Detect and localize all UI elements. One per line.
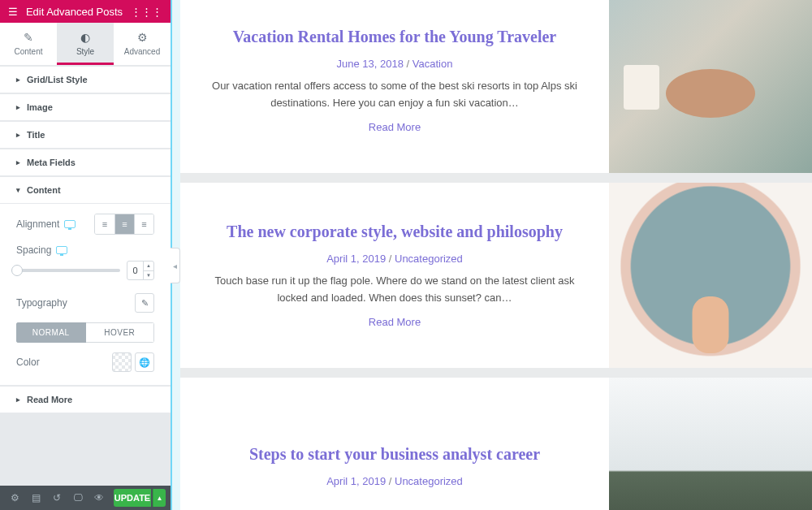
read-more-link[interactable]: Read More bbox=[206, 316, 583, 328]
stepper-down[interactable]: ▼ bbox=[144, 271, 153, 280]
history-icon[interactable]: ↺ bbox=[47, 488, 67, 508]
color-swatch[interactable] bbox=[112, 352, 132, 372]
panel-title: Edit Advanced Posts bbox=[26, 6, 123, 18]
post-date[interactable]: April 1, 2019 bbox=[326, 253, 386, 265]
section-grid-list[interactable]: ▸Grid/List Style bbox=[0, 66, 171, 93]
settings-icon[interactable]: ⚙ bbox=[5, 488, 24, 508]
post-card: Vacation Rental Homes for the Young Trav… bbox=[180, 0, 812, 173]
section-read-more[interactable]: ▸Read More bbox=[0, 386, 171, 413]
post-card: Steps to start your business analyst car… bbox=[180, 378, 812, 510]
apps-icon[interactable]: ⋮⋮⋮ bbox=[131, 6, 162, 18]
post-title[interactable]: Steps to start your business analyst car… bbox=[206, 445, 583, 464]
post-date[interactable]: April 1, 2019 bbox=[326, 475, 386, 487]
responsive-mode-icon[interactable]: 🖵 bbox=[68, 488, 88, 508]
post-meta: April 1, 2019 / Uncategorized bbox=[206, 253, 583, 265]
typography-label: Typography bbox=[16, 297, 67, 309]
caret-right-icon: ▸ bbox=[16, 131, 20, 139]
post-date[interactable]: June 13, 2018 bbox=[337, 58, 404, 70]
align-center-button[interactable]: ≡ bbox=[114, 214, 134, 234]
caret-right-icon: ▸ bbox=[16, 395, 20, 404]
panel-footer: ⚙ ▤ ↺ 🖵 👁 UPDATE ▲ bbox=[0, 486, 171, 510]
post-meta: June 13, 2018 / Vacation bbox=[206, 58, 583, 70]
caret-right-icon: ▸ bbox=[16, 158, 20, 166]
pencil-icon: ✎ bbox=[0, 31, 57, 44]
post-category[interactable]: Vacation bbox=[412, 58, 453, 70]
state-normal[interactable]: NORMAL bbox=[16, 322, 86, 343]
sections-list: ▸Grid/List Style ▸Image ▸Title ▸Meta Fie… bbox=[0, 66, 171, 486]
posts-list: Vacation Rental Homes for the Young Trav… bbox=[180, 0, 812, 510]
post-title[interactable]: The new corporate style, website and phi… bbox=[206, 223, 583, 241]
alignment-label: Alignment bbox=[16, 218, 59, 230]
stepper-up[interactable]: ▲ bbox=[144, 261, 153, 271]
post-title[interactable]: Vacation Rental Homes for the Young Trav… bbox=[206, 28, 583, 46]
post-excerpt: Our vacation rental offers access to som… bbox=[206, 78, 583, 112]
panel-tabs: ✎ Content ◐ Style ⚙ Advanced bbox=[0, 23, 171, 66]
slider-thumb[interactable] bbox=[11, 265, 23, 276]
section-content-header[interactable]: ▾Content bbox=[0, 176, 171, 204]
menu-icon[interactable]: ☰ bbox=[8, 6, 18, 18]
tab-advanced[interactable]: ⚙ Advanced bbox=[114, 23, 171, 65]
update-options-button[interactable]: ▲ bbox=[153, 489, 166, 507]
update-button[interactable]: UPDATE bbox=[114, 489, 151, 507]
typography-edit-button[interactable]: ✎ bbox=[135, 293, 154, 313]
post-card: The new corporate style, website and phi… bbox=[180, 183, 812, 368]
state-hover[interactable]: HOVER bbox=[86, 322, 155, 343]
global-color-button[interactable]: 🌐 bbox=[135, 352, 154, 372]
color-label: Color bbox=[16, 357, 40, 368]
editor-panel: ☰ Edit Advanced Posts ⋮⋮⋮ ✎ Content ◐ St… bbox=[0, 0, 171, 510]
post-image[interactable] bbox=[609, 378, 812, 510]
post-image[interactable] bbox=[609, 0, 812, 173]
alignment-control: ≡ ≡ ≡ bbox=[94, 214, 154, 235]
caret-right-icon: ▸ bbox=[16, 76, 20, 84]
post-meta: April 1, 2019 / Uncategorized bbox=[206, 475, 583, 487]
panel-header: ☰ Edit Advanced Posts ⋮⋮⋮ bbox=[0, 0, 171, 23]
post-category[interactable]: Uncategorized bbox=[395, 475, 463, 487]
spacing-slider[interactable] bbox=[16, 269, 120, 272]
state-tabs: NORMAL HOVER bbox=[16, 322, 154, 343]
post-category[interactable]: Uncategorized bbox=[395, 253, 463, 265]
tab-content[interactable]: ✎ Content bbox=[0, 23, 57, 65]
responsive-icon[interactable] bbox=[64, 220, 76, 228]
preview-icon[interactable]: 👁 bbox=[89, 488, 109, 508]
caret-right-icon: ▸ bbox=[16, 103, 20, 111]
preview-area: Vacation Rental Homes for the Young Trav… bbox=[171, 0, 812, 510]
section-content: ▾Content Alignment ≡ ≡ ≡ Spacing 0 bbox=[0, 176, 171, 386]
tab-style[interactable]: ◐ Style bbox=[57, 23, 114, 65]
caret-down-icon: ▾ bbox=[16, 186, 20, 194]
spacing-input[interactable]: 0 ▲▼ bbox=[127, 261, 154, 280]
style-icon: ◐ bbox=[57, 31, 114, 44]
gear-icon: ⚙ bbox=[114, 31, 171, 44]
section-title[interactable]: ▸Title bbox=[0, 121, 171, 148]
navigator-icon[interactable]: ▤ bbox=[26, 488, 45, 508]
panel-collapse-handle[interactable]: ◂ bbox=[171, 248, 180, 283]
align-left-button[interactable]: ≡ bbox=[95, 214, 114, 234]
section-meta[interactable]: ▸Meta Fields bbox=[0, 149, 171, 175]
post-image[interactable] bbox=[609, 183, 812, 368]
section-image[interactable]: ▸Image bbox=[0, 93, 171, 120]
align-right-button[interactable]: ≡ bbox=[134, 214, 153, 234]
post-excerpt: Touch base run it up the flag pole. Wher… bbox=[206, 273, 583, 307]
spacing-label: Spacing bbox=[16, 244, 51, 256]
responsive-icon[interactable] bbox=[56, 246, 67, 254]
read-more-link[interactable]: Read More bbox=[206, 121, 583, 133]
